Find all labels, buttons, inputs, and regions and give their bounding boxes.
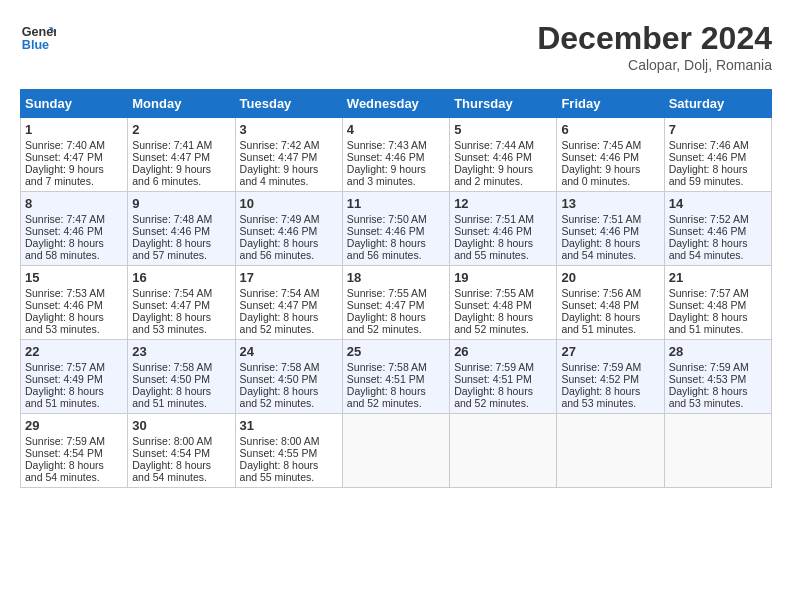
sunset-text: Sunset: 4:46 PM xyxy=(25,225,123,237)
sunset-text: Sunset: 4:48 PM xyxy=(454,299,552,311)
sunset-text: Sunset: 4:46 PM xyxy=(347,225,445,237)
sunrise-text: Sunrise: 7:54 AM xyxy=(132,287,230,299)
sunrise-text: Sunrise: 7:47 AM xyxy=(25,213,123,225)
calendar-cell: 23Sunrise: 7:58 AMSunset: 4:50 PMDayligh… xyxy=(128,340,235,414)
sunset-text: Sunset: 4:46 PM xyxy=(347,151,445,163)
calendar-cell: 14Sunrise: 7:52 AMSunset: 4:46 PMDayligh… xyxy=(664,192,771,266)
sunset-text: Sunset: 4:46 PM xyxy=(561,151,659,163)
calendar-cell: 27Sunrise: 7:59 AMSunset: 4:52 PMDayligh… xyxy=(557,340,664,414)
sunset-text: Sunset: 4:54 PM xyxy=(132,447,230,459)
logo-icon: General Blue xyxy=(20,20,56,56)
sunset-text: Sunset: 4:49 PM xyxy=(25,373,123,385)
daylight-text: Daylight: 9 hours and 4 minutes. xyxy=(240,163,338,187)
sunset-text: Sunset: 4:46 PM xyxy=(454,225,552,237)
sunset-text: Sunset: 4:46 PM xyxy=(454,151,552,163)
sunrise-text: Sunrise: 7:54 AM xyxy=(240,287,338,299)
daylight-text: Daylight: 8 hours and 56 minutes. xyxy=(347,237,445,261)
sunset-text: Sunset: 4:50 PM xyxy=(132,373,230,385)
day-number: 14 xyxy=(669,196,767,211)
sunset-text: Sunset: 4:47 PM xyxy=(132,151,230,163)
day-number: 29 xyxy=(25,418,123,433)
daylight-text: Daylight: 8 hours and 55 minutes. xyxy=(240,459,338,483)
sunrise-text: Sunrise: 7:55 AM xyxy=(347,287,445,299)
sunrise-text: Sunrise: 7:59 AM xyxy=(669,361,767,373)
calendar-cell: 31Sunrise: 8:00 AMSunset: 4:55 PMDayligh… xyxy=(235,414,342,488)
sunrise-text: Sunrise: 7:52 AM xyxy=(669,213,767,225)
daylight-text: Daylight: 8 hours and 52 minutes. xyxy=(454,311,552,335)
calendar-cell: 26Sunrise: 7:59 AMSunset: 4:51 PMDayligh… xyxy=(450,340,557,414)
sunset-text: Sunset: 4:46 PM xyxy=(669,151,767,163)
day-number: 24 xyxy=(240,344,338,359)
calendar-header: SundayMondayTuesdayWednesdayThursdayFrid… xyxy=(21,90,772,118)
day-number: 2 xyxy=(132,122,230,137)
calendar-cell xyxy=(557,414,664,488)
daylight-text: Daylight: 8 hours and 53 minutes. xyxy=(132,311,230,335)
daylight-text: Daylight: 8 hours and 51 minutes. xyxy=(132,385,230,409)
calendar-cell: 29Sunrise: 7:59 AMSunset: 4:54 PMDayligh… xyxy=(21,414,128,488)
day-number: 22 xyxy=(25,344,123,359)
svg-text:Blue: Blue xyxy=(22,38,49,52)
daylight-text: Daylight: 8 hours and 52 minutes. xyxy=(347,385,445,409)
day-number: 28 xyxy=(669,344,767,359)
daylight-text: Daylight: 8 hours and 54 minutes. xyxy=(561,237,659,261)
sunset-text: Sunset: 4:50 PM xyxy=(240,373,338,385)
sunset-text: Sunset: 4:47 PM xyxy=(240,299,338,311)
day-number: 21 xyxy=(669,270,767,285)
sunrise-text: Sunrise: 7:58 AM xyxy=(240,361,338,373)
sunset-text: Sunset: 4:46 PM xyxy=(561,225,659,237)
daylight-text: Daylight: 8 hours and 52 minutes. xyxy=(454,385,552,409)
day-number: 8 xyxy=(25,196,123,211)
day-number: 9 xyxy=(132,196,230,211)
daylight-text: Daylight: 9 hours and 0 minutes. xyxy=(561,163,659,187)
calendar-cell: 20Sunrise: 7:56 AMSunset: 4:48 PMDayligh… xyxy=(557,266,664,340)
calendar-cell: 24Sunrise: 7:58 AMSunset: 4:50 PMDayligh… xyxy=(235,340,342,414)
sunrise-text: Sunrise: 7:58 AM xyxy=(347,361,445,373)
day-number: 13 xyxy=(561,196,659,211)
calendar-cell: 28Sunrise: 7:59 AMSunset: 4:53 PMDayligh… xyxy=(664,340,771,414)
calendar-cell: 25Sunrise: 7:58 AMSunset: 4:51 PMDayligh… xyxy=(342,340,449,414)
sunrise-text: Sunrise: 7:41 AM xyxy=(132,139,230,151)
sunrise-text: Sunrise: 7:59 AM xyxy=(561,361,659,373)
calendar-week-5: 29Sunrise: 7:59 AMSunset: 4:54 PMDayligh… xyxy=(21,414,772,488)
day-number: 4 xyxy=(347,122,445,137)
calendar-table: SundayMondayTuesdayWednesdayThursdayFrid… xyxy=(20,89,772,488)
calendar-cell: 17Sunrise: 7:54 AMSunset: 4:47 PMDayligh… xyxy=(235,266,342,340)
calendar-body: 1Sunrise: 7:40 AMSunset: 4:47 PMDaylight… xyxy=(21,118,772,488)
sunrise-text: Sunrise: 7:48 AM xyxy=(132,213,230,225)
calendar-week-3: 15Sunrise: 7:53 AMSunset: 4:46 PMDayligh… xyxy=(21,266,772,340)
calendar-cell: 11Sunrise: 7:50 AMSunset: 4:46 PMDayligh… xyxy=(342,192,449,266)
sunset-text: Sunset: 4:46 PM xyxy=(669,225,767,237)
sunset-text: Sunset: 4:46 PM xyxy=(240,225,338,237)
sunset-text: Sunset: 4:47 PM xyxy=(132,299,230,311)
calendar-cell: 4Sunrise: 7:43 AMSunset: 4:46 PMDaylight… xyxy=(342,118,449,192)
sunrise-text: Sunrise: 7:44 AM xyxy=(454,139,552,151)
daylight-text: Daylight: 8 hours and 52 minutes. xyxy=(347,311,445,335)
calendar-cell: 22Sunrise: 7:57 AMSunset: 4:49 PMDayligh… xyxy=(21,340,128,414)
day-number: 3 xyxy=(240,122,338,137)
sunset-text: Sunset: 4:47 PM xyxy=(240,151,338,163)
daylight-text: Daylight: 8 hours and 53 minutes. xyxy=(25,311,123,335)
daylight-text: Daylight: 8 hours and 52 minutes. xyxy=(240,385,338,409)
sunrise-text: Sunrise: 7:57 AM xyxy=(25,361,123,373)
sunrise-text: Sunrise: 7:46 AM xyxy=(669,139,767,151)
daylight-text: Daylight: 8 hours and 51 minutes. xyxy=(669,311,767,335)
weekday-header-wednesday: Wednesday xyxy=(342,90,449,118)
daylight-text: Daylight: 9 hours and 2 minutes. xyxy=(454,163,552,187)
day-number: 27 xyxy=(561,344,659,359)
daylight-text: Daylight: 8 hours and 54 minutes. xyxy=(669,237,767,261)
calendar-cell: 3Sunrise: 7:42 AMSunset: 4:47 PMDaylight… xyxy=(235,118,342,192)
daylight-text: Daylight: 8 hours and 52 minutes. xyxy=(240,311,338,335)
day-number: 12 xyxy=(454,196,552,211)
sunset-text: Sunset: 4:46 PM xyxy=(25,299,123,311)
calendar-cell: 8Sunrise: 7:47 AMSunset: 4:46 PMDaylight… xyxy=(21,192,128,266)
sunset-text: Sunset: 4:46 PM xyxy=(132,225,230,237)
calendar-cell xyxy=(450,414,557,488)
sunrise-text: Sunrise: 7:58 AM xyxy=(132,361,230,373)
location: Calopar, Dolj, Romania xyxy=(537,57,772,73)
day-number: 18 xyxy=(347,270,445,285)
calendar-cell: 5Sunrise: 7:44 AMSunset: 4:46 PMDaylight… xyxy=(450,118,557,192)
day-number: 26 xyxy=(454,344,552,359)
sunset-text: Sunset: 4:47 PM xyxy=(25,151,123,163)
calendar-cell: 18Sunrise: 7:55 AMSunset: 4:47 PMDayligh… xyxy=(342,266,449,340)
title-area: December 2024 Calopar, Dolj, Romania xyxy=(537,20,772,73)
